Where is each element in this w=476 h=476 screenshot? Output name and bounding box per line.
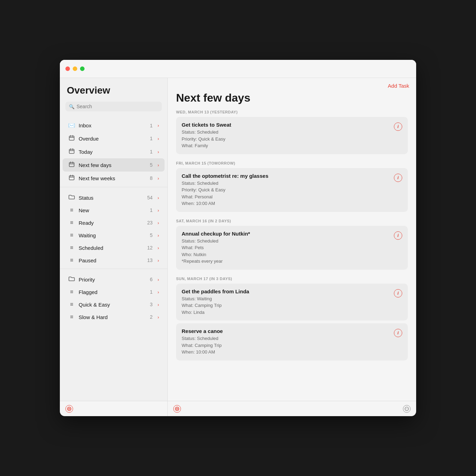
sidebar-item-flagged[interactable]: ≡ Flagged 1 › xyxy=(63,286,165,298)
sidebar-item-ready[interactable]: ≡ Ready 23 › xyxy=(63,216,165,229)
list-icon: ≡ xyxy=(68,245,75,251)
chevron-icon: › xyxy=(158,149,159,154)
sidebar-item-label: Scheduled xyxy=(79,245,144,251)
sidebar-item-label: Paused xyxy=(79,257,144,263)
sidebar-item-next-few-days[interactable]: Next few days 5 › xyxy=(63,158,165,172)
sidebar-item-label: Waiting xyxy=(79,232,146,238)
sidebar-item-count: 5 xyxy=(150,162,153,168)
svg-rect-12 xyxy=(69,176,74,180)
next-few-weeks-icon xyxy=(68,175,75,182)
sidebar-item-scheduled[interactable]: ≡ Scheduled 12 › xyxy=(63,241,165,254)
svg-point-26 xyxy=(406,408,407,409)
task-detail-lines: Status: ScheduledPriority: Quick & EasyW… xyxy=(182,180,390,207)
sidebar-item-label: Next few weeks xyxy=(79,175,146,181)
sidebar-item-label: Next few days xyxy=(79,162,146,168)
chevron-icon: › xyxy=(158,289,159,295)
more-options-icon[interactable] xyxy=(403,405,411,413)
sidebar-item-overdue[interactable]: Overdue 1 › xyxy=(63,132,165,145)
search-bar[interactable]: 🔍 xyxy=(65,102,162,111)
task-card: Get tickets to Sweat Status: ScheduledPr… xyxy=(176,117,408,154)
sidebar-item-count: 1 xyxy=(150,207,153,213)
sidebar-item-count: 54 xyxy=(147,195,153,200)
bottom-right xyxy=(168,401,416,416)
date-label-2: SAT, MARCH 16 (IN 2 DAYS) xyxy=(176,219,408,223)
sidebar-item-next-few-weeks[interactable]: Next few weeks 8 › xyxy=(63,172,165,185)
list-icon: ≡ xyxy=(68,220,75,226)
list-icon: ≡ xyxy=(68,257,75,263)
date-group-3: SUN, MARCH 17 (IN 3 DAYS) Get the paddle… xyxy=(176,277,408,360)
search-input[interactable] xyxy=(77,104,158,109)
chevron-icon: › xyxy=(158,208,159,213)
chevron-icon: › xyxy=(158,136,159,141)
search-icon: 🔍 xyxy=(69,104,74,109)
task-card: Call the optometrist re: my glasses Stat… xyxy=(176,168,408,212)
close-button[interactable] xyxy=(65,66,70,71)
date-label-1: FRI, MARCH 15 (TOMORROW) xyxy=(176,161,408,165)
detail-scroll: WED, MARCH 13 (YESTERDAY) Get tickets to… xyxy=(168,110,416,401)
next-few-days-icon xyxy=(68,161,75,168)
sidebar-item-waiting[interactable]: ≡ Waiting 5 › xyxy=(63,229,165,241)
add-task-button[interactable]: Add Task xyxy=(388,83,409,89)
sidebar-item-status[interactable]: Status 54 › xyxy=(63,191,165,204)
task-title: Get tickets to Sweat xyxy=(182,122,390,128)
task-card: Get the paddles from Linda Status: Waiti… xyxy=(176,284,408,321)
sidebar-item-count: 1 xyxy=(150,136,153,141)
info-button[interactable]: i xyxy=(394,122,402,131)
sidebar-item-new[interactable]: ≡ New 1 › xyxy=(63,204,165,216)
task-info: Get tickets to Sweat Status: ScheduledPr… xyxy=(182,122,390,149)
task-info: Annual checkup for Nutkin* Status: Sched… xyxy=(182,231,390,265)
task-title: Annual checkup for Nutkin* xyxy=(182,231,390,237)
maximize-button[interactable] xyxy=(80,66,85,71)
sidebar-title: Overview xyxy=(60,85,167,102)
bottom-bars xyxy=(60,401,416,416)
task-title: Get the paddles from Linda xyxy=(182,288,390,294)
task-detail-lines: Status: ScheduledPriority: Quick & EasyW… xyxy=(182,129,390,149)
task-info: Reserve a canoe Status: ScheduledWhat: C… xyxy=(182,328,390,356)
detail-title: Next few days xyxy=(168,89,416,110)
sidebar-item-count: 12 xyxy=(147,245,153,251)
sidebar-item-count: 1 xyxy=(150,149,153,154)
filter-icon[interactable] xyxy=(65,405,73,413)
sidebar-item-label: Slow & Hard xyxy=(79,314,146,320)
detail-header: Add Task xyxy=(168,78,416,89)
sidebar-item-slow-hard[interactable]: ≡ Slow & Hard 2 › xyxy=(63,311,165,323)
chevron-icon: › xyxy=(158,123,159,128)
main-content: Overview 🔍 ✉️ Inbox 1 › Overdue xyxy=(60,78,416,401)
sidebar-item-label: Today xyxy=(79,149,146,155)
info-button[interactable]: i xyxy=(394,174,402,182)
detail-panel: Add Task Next few days WED, MARCH 13 (YE… xyxy=(168,78,416,401)
list-icon: ≡ xyxy=(68,232,75,238)
priority-section: Priority 6 › ≡ Flagged 1 › ≡ Quick & Eas… xyxy=(60,271,167,325)
info-button[interactable]: i xyxy=(394,329,402,337)
sidebar-item-today[interactable]: Today 1 › xyxy=(63,145,165,158)
sidebar-item-label: Priority xyxy=(79,277,146,283)
nav-section: ✉️ Inbox 1 › Overdue 1 › xyxy=(60,117,167,187)
sidebar-item-label: New xyxy=(79,207,146,213)
sidebar-item-paused[interactable]: ≡ Paused 13 › xyxy=(63,254,165,267)
chevron-icon: › xyxy=(158,302,159,307)
sidebar-item-count: 2 xyxy=(150,314,153,320)
chevron-icon: › xyxy=(158,195,159,200)
task-info: Call the optometrist re: my glasses Stat… xyxy=(182,173,390,207)
minimize-button[interactable] xyxy=(73,66,77,71)
svg-rect-8 xyxy=(69,162,74,167)
sidebar-item-inbox[interactable]: ✉️ Inbox 1 › xyxy=(63,119,165,132)
sidebar-item-count: 13 xyxy=(147,257,153,263)
svg-rect-4 xyxy=(69,149,74,153)
sidebar-item-count: 5 xyxy=(150,232,153,238)
task-detail-lines: Status: ScheduledWhat: PetsWho: Nutkin*R… xyxy=(182,238,390,265)
chevron-icon: › xyxy=(158,245,159,251)
chevron-icon: › xyxy=(158,277,159,282)
sidebar-item-quick-easy[interactable]: ≡ Quick & Easy 3 › xyxy=(63,298,165,311)
sidebar-item-label: Inbox xyxy=(79,122,146,128)
filter-icon-right[interactable] xyxy=(173,405,181,413)
info-button[interactable]: i xyxy=(394,231,402,240)
sidebar-item-count: 1 xyxy=(150,289,153,295)
chevron-icon: › xyxy=(158,233,159,238)
sidebar-item-label: Ready xyxy=(79,220,144,226)
list-icon: ≡ xyxy=(68,289,75,295)
info-button[interactable]: i xyxy=(394,289,402,298)
task-title: Reserve a canoe xyxy=(182,328,390,334)
sidebar-item-priority[interactable]: Priority 6 › xyxy=(63,273,165,286)
date-label-0: WED, MARCH 13 (YESTERDAY) xyxy=(176,110,408,114)
